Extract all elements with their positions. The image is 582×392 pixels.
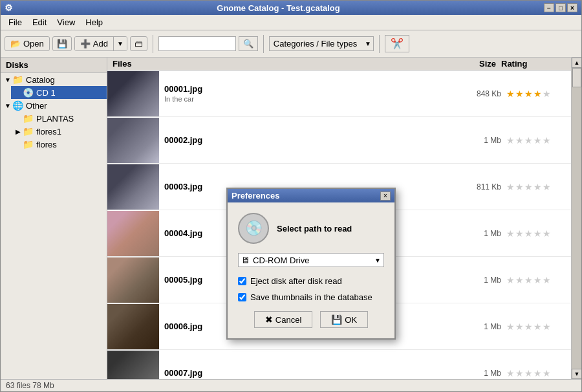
drive-icon: 🖥 <box>241 255 250 265</box>
dialog-cd-icon: 💿 <box>238 213 269 244</box>
preferences-dialog: Preferences × 💿 Select path to read 🖥 CD… <box>226 188 396 340</box>
drive-select-arrow: ▼ <box>374 257 381 264</box>
eject-checkbox-row: Eject disk after disk read <box>238 276 384 286</box>
dialog-title: Preferences <box>232 191 279 201</box>
cd-icon: 💿 <box>245 220 263 237</box>
thumbnails-label: Save thumbnails in the database <box>250 292 372 302</box>
main-window: ⚙ Gnome Catalog - Test.gcatalog − □ × Fi… <box>0 0 582 392</box>
cancel-icon: ✖ <box>265 314 273 325</box>
select-path-label: Select path to read <box>277 224 352 234</box>
dialog-buttons: ✖ Cancel 💾 OK <box>238 311 384 328</box>
drive-select[interactable]: CD-ROM Drive <box>253 256 374 265</box>
dialog-close-button[interactable]: × <box>380 191 391 201</box>
eject-label: Eject disk after disk read <box>250 276 342 286</box>
dialog-body: 💿 Select path to read 🖥 CD-ROM Drive ▼ E… <box>228 202 394 338</box>
thumbnails-checkbox-row: Save thumbnails in the database <box>238 292 384 302</box>
eject-checkbox[interactable] <box>238 277 246 285</box>
cancel-button[interactable]: ✖ Cancel <box>254 311 312 328</box>
dialog-icon-row: 💿 Select path to read <box>238 213 384 244</box>
dialog-drive-select-row: 🖥 CD-ROM Drive ▼ <box>238 253 384 267</box>
thumbnails-checkbox[interactable] <box>238 293 246 301</box>
cancel-label: Cancel <box>275 315 301 325</box>
dialog-overlay: Preferences × 💿 Select path to read 🖥 CD… <box>0 0 582 392</box>
ok-label: OK <box>345 315 357 325</box>
ok-icon: 💾 <box>331 314 342 325</box>
dialog-title-bar: Preferences × <box>228 189 394 202</box>
ok-button[interactable]: 💾 OK <box>320 311 368 328</box>
